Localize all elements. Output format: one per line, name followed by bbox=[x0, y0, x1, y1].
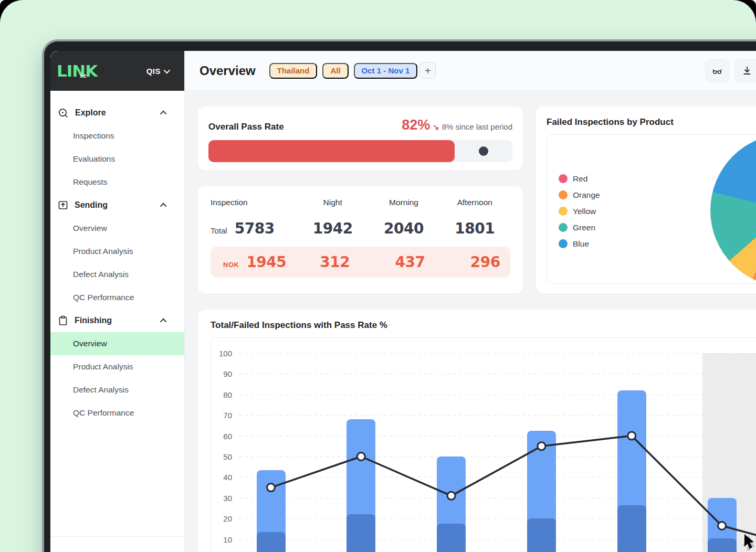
dashboard-content: Overall Pass Rate 82% ↘ 8% since last pe… bbox=[185, 91, 756, 552]
legend-label: Green bbox=[573, 223, 595, 232]
sidebar-item-evaluations[interactable]: Evaluations bbox=[50, 147, 184, 171]
legend-label: Red bbox=[573, 174, 587, 184]
y-axis-tick-label: 50 bbox=[216, 452, 232, 461]
total-value: 5783 bbox=[235, 220, 275, 237]
sidebar-item-qc-performance[interactable]: QC Performance bbox=[50, 401, 184, 424]
legend-dot bbox=[559, 190, 568, 199]
pass-rate-card: Overall Pass Rate 82% ↘ 8% since last pe… bbox=[198, 107, 523, 171]
column-header: Morning bbox=[368, 198, 439, 207]
failed-bar[interactable] bbox=[617, 505, 646, 552]
legend-item-yellow[interactable]: Yellow bbox=[559, 203, 600, 219]
filter-badge-oct-1-nov-1[interactable]: Oct 1 - Nov 1 bbox=[354, 63, 418, 79]
sidebar-item-product-analysis[interactable]: Product Analysis bbox=[50, 240, 184, 263]
window-content: LINK SE QIS ExploreInspectionsEvaluation… bbox=[50, 51, 756, 552]
nok-value: 296 bbox=[448, 253, 523, 271]
chevron-up-icon bbox=[162, 316, 166, 325]
sidebar-section-label: Finishing bbox=[75, 316, 112, 325]
download-icon bbox=[741, 65, 753, 77]
failed-bar[interactable] bbox=[346, 514, 375, 552]
legend-label: Orange bbox=[573, 190, 600, 200]
sidebar-item-defect-analysis[interactable]: Defect Analysis bbox=[50, 263, 184, 286]
nok-value: 1945 bbox=[246, 253, 286, 271]
inspections-chart-card: Total/Failed Inspections with Pass Rate … bbox=[198, 310, 756, 552]
org-switcher[interactable]: QIS bbox=[146, 67, 169, 76]
brand-logo[interactable]: LINK SE bbox=[57, 63, 97, 79]
pie-card-title: Failed Inspections by Product bbox=[547, 117, 756, 128]
legend-label: Yellow bbox=[573, 207, 596, 216]
y-axis-tick-label: 40 bbox=[216, 473, 232, 482]
sidebar-section-explore[interactable]: Explore bbox=[50, 101, 184, 124]
gridline bbox=[239, 539, 756, 540]
y-axis-tick-label: 70 bbox=[216, 411, 232, 420]
y-axis-tick-label: 80 bbox=[216, 390, 232, 399]
chart-title: Total/Failed Inspections with Pass Rate … bbox=[211, 320, 756, 331]
sidebar-item-inspections[interactable]: Inspections bbox=[50, 124, 184, 147]
sidebar-item-overview[interactable]: Overview bbox=[50, 217, 184, 240]
add-filter-button[interactable]: + bbox=[419, 62, 436, 79]
inspection-total-row: Total5783194220401801 bbox=[211, 220, 510, 237]
glasses-icon bbox=[712, 64, 722, 78]
pass-rate-title: Overall Pass Rate bbox=[208, 122, 284, 132]
gridline bbox=[239, 518, 756, 519]
row-label: Total bbox=[211, 226, 227, 235]
column-header: Inspection bbox=[211, 198, 297, 207]
org-label: QIS bbox=[146, 67, 161, 76]
legend-item-orange[interactable]: Orange bbox=[559, 187, 600, 203]
sidebar-section-label: Explore bbox=[75, 108, 106, 118]
explore-icon bbox=[58, 108, 69, 119]
total-value: 1942 bbox=[297, 220, 368, 237]
main-area: Overview ThailandAllOct 1 - Nov 1 + bbox=[184, 51, 756, 552]
y-axis-tick-label: 100 bbox=[216, 349, 232, 358]
gridline bbox=[239, 374, 756, 374]
sidebar-item-qc-performance[interactable]: QC Performance bbox=[50, 286, 184, 309]
sidebar: LINK SE QIS ExploreInspectionsEvaluation… bbox=[50, 51, 184, 552]
chevron-down-icon bbox=[164, 67, 171, 73]
sidebar-section-label: Sending bbox=[75, 200, 108, 210]
column-header: Night bbox=[297, 198, 368, 207]
page-title: Overview bbox=[200, 63, 256, 78]
sidebar-item-requests[interactable]: Requests bbox=[50, 171, 184, 194]
legend-dot bbox=[559, 174, 568, 183]
sidebar-divider bbox=[50, 536, 184, 537]
download-button[interactable]: Download bbox=[734, 59, 756, 82]
trend-text: 8% since last period bbox=[442, 122, 512, 131]
gridline bbox=[239, 436, 756, 437]
app-window: LINK SE QIS ExploreInspectionsEvaluation… bbox=[42, 39, 756, 552]
pass-rate-progress-fill bbox=[208, 140, 455, 162]
inspection-nok-row: NOK1945312437296 bbox=[211, 247, 510, 278]
sidebar-section-finishing[interactable]: Finishing bbox=[50, 309, 184, 332]
reading-mode-button[interactable] bbox=[705, 59, 729, 82]
column-header: Afternoon bbox=[439, 198, 510, 207]
total-value: 1801 bbox=[439, 220, 510, 237]
pass-rate-value: 82% bbox=[402, 117, 430, 133]
failed-bar[interactable] bbox=[527, 518, 556, 552]
pie-legend: RedOrangeYellowGreenBlue bbox=[559, 171, 600, 252]
filter-badge-thailand[interactable]: Thailand bbox=[269, 63, 318, 79]
pass-rate-line bbox=[211, 338, 756, 552]
y-axis-tick-label: 30 bbox=[216, 493, 232, 502]
sidebar-item-defect-analysis[interactable]: Defect Analysis bbox=[50, 378, 184, 401]
sidebar-item-overview[interactable]: Overview bbox=[50, 332, 184, 355]
brand-sub: SE bbox=[80, 74, 87, 79]
pie-chart bbox=[710, 134, 756, 284]
gridline bbox=[239, 353, 756, 354]
y-axis-tick-label: 90 bbox=[216, 369, 232, 378]
legend-item-red[interactable]: Red bbox=[559, 171, 600, 187]
inspection-table-header: InspectionNightMorningAfternoon bbox=[211, 198, 510, 207]
combo-chart-panel: 102030405060708090100 bbox=[211, 337, 756, 552]
pass-rate-slider-handle[interactable] bbox=[479, 146, 488, 156]
sidebar-section-sending[interactable]: Sending bbox=[50, 194, 184, 217]
failed-bar[interactable] bbox=[437, 524, 466, 552]
nok-value: 312 bbox=[297, 253, 372, 271]
failed-bar[interactable] bbox=[708, 538, 737, 552]
gridline bbox=[239, 415, 756, 416]
legend-item-blue[interactable]: Blue bbox=[559, 236, 600, 252]
failed-bar[interactable] bbox=[257, 532, 286, 552]
filter-badge-all[interactable]: All bbox=[322, 63, 348, 79]
total-value: 2040 bbox=[368, 220, 439, 237]
legend-item-green[interactable]: Green bbox=[559, 219, 600, 236]
y-axis-tick-label: 60 bbox=[216, 431, 232, 440]
trend-down-icon: ↘ bbox=[433, 122, 439, 132]
failed-by-product-card: Failed Inspections by Product RedOrangeY… bbox=[536, 107, 756, 294]
sidebar-item-product-analysis[interactable]: Product Analysis bbox=[50, 355, 184, 378]
